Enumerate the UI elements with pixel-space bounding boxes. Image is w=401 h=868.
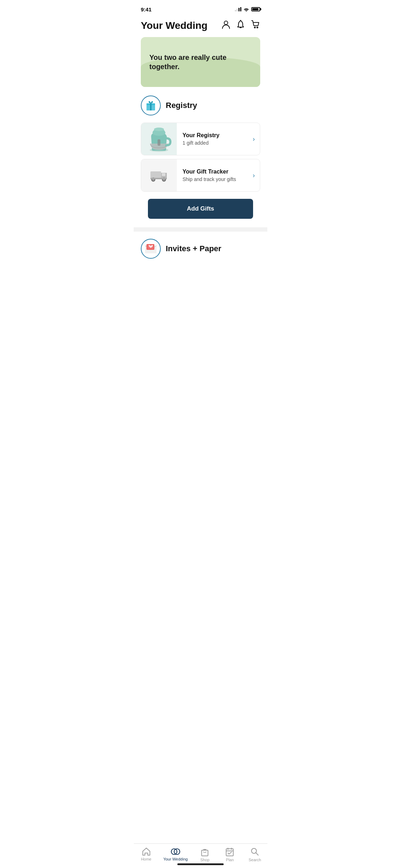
svg-rect-10 — [158, 139, 160, 146]
registry-section: Registry — [134, 95, 267, 219]
svg-point-3 — [257, 27, 258, 28]
svg-point-0 — [224, 21, 228, 25]
battery-icon — [251, 7, 260, 11]
registry-title: Registry — [166, 101, 197, 110]
section-divider — [134, 227, 267, 232]
tracker-item-subtitle: Ship and track your gifts — [182, 176, 247, 182]
profile-icon[interactable] — [222, 20, 230, 31]
page-title: Your Wedding — [141, 20, 207, 31]
header: Your Wedding — [134, 16, 267, 37]
tracker-item-content: Your Gift Tracker Ship and track your gi… — [177, 163, 253, 188]
svg-rect-13 — [162, 173, 165, 176]
invites-header: Invites + Paper — [141, 239, 260, 259]
svg-point-11 — [154, 128, 164, 131]
registry-item-subtitle: 1 gift added — [182, 140, 247, 146]
cart-icon[interactable] — [251, 20, 260, 31]
promo-banner: You two are really cute together. — [141, 37, 260, 87]
header-actions — [222, 20, 260, 31]
invites-icon — [144, 243, 157, 254]
truck-icon — [150, 169, 168, 182]
registry-header: Registry — [141, 95, 260, 115]
svg-point-2 — [255, 27, 256, 28]
invites-icon-circle — [141, 239, 161, 259]
status-bar: 9:41 — [134, 0, 267, 16]
status-time: 9:41 — [141, 6, 151, 12]
svg-rect-6 — [150, 103, 151, 110]
banner-text: You two are really cute together. — [149, 53, 252, 71]
your-registry-item[interactable]: Your Registry 1 gift added › — [141, 123, 260, 155]
gift-tracker-item[interactable]: Your Gift Tracker Ship and track your gi… — [141, 159, 260, 192]
svg-rect-18 — [150, 178, 167, 179]
registry-icon-circle — [141, 95, 161, 115]
gift-icon — [145, 100, 156, 111]
registry-item-title: Your Registry — [182, 132, 247, 139]
registry-item-arrow: › — [253, 135, 260, 143]
tracker-item-title: Your Gift Tracker — [182, 169, 247, 175]
status-icons — [235, 7, 260, 11]
registry-image — [141, 123, 177, 155]
invites-title: Invites + Paper — [166, 244, 221, 253]
notifications-icon[interactable] — [237, 20, 245, 31]
add-gifts-button[interactable]: Add Gifts — [148, 199, 253, 219]
wifi-icon — [243, 7, 249, 11]
svg-rect-12 — [150, 171, 161, 179]
invites-section: Invites + Paper — [134, 232, 267, 259]
tracker-item-arrow: › — [253, 172, 260, 179]
registry-item-content: Your Registry 1 gift added — [177, 126, 253, 151]
tracker-image — [141, 159, 177, 191]
signal-icon — [235, 7, 241, 11]
